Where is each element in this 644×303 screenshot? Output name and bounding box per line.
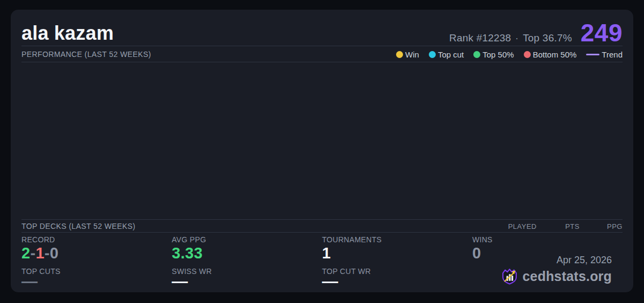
record-wins: 2 [21, 244, 30, 262]
footer-branding: Apr 25, 2026 cedhstats.org [501, 255, 612, 285]
record-losses: 1 [35, 244, 44, 262]
page-title: ala kazam [21, 24, 114, 45]
legend-item-top-cut: Top cut [429, 50, 464, 59]
points-value: 249 [581, 20, 623, 45]
legend-label: Top 50% [482, 50, 514, 59]
divider [21, 46, 623, 46]
record-sep: - [45, 244, 50, 262]
top-decks-column-headers: PLAYED PTS PPG [494, 222, 623, 230]
performance-chart [21, 62, 623, 219]
stats-card: ala kazam Rank #12238·Top 36.7% 249 PERF… [11, 10, 633, 292]
record-value: 2-1-0 [21, 244, 172, 262]
card-header: ala kazam Rank #12238·Top 36.7% 249 [21, 18, 623, 45]
top-percent-text: Top 36.7% [523, 32, 572, 44]
column-header-played: PLAYED [494, 222, 537, 230]
top-cut-dot-icon [429, 51, 436, 58]
brand-text: cedhstats.org [522, 269, 612, 284]
performance-section-header: PERFORMANCE (LAST 52 WEEKS) Win Top cut … [21, 47, 623, 61]
swiss-wr-value: — [172, 276, 322, 287]
stat-label: TOURNAMENTS [322, 235, 472, 244]
stat-avg-ppg: AVG PPG 3.33 [172, 235, 322, 262]
divider [21, 219, 623, 220]
performance-header: PERFORMANCE (LAST 52 WEEKS) [21, 50, 151, 59]
divider [21, 232, 623, 233]
column-header-ppg: PPG [580, 222, 623, 230]
stat-label: WINS [472, 235, 623, 244]
legend-item-bottom-50: Bottom 50% [524, 50, 577, 59]
legend-label: Top cut [438, 50, 464, 59]
legend-label: Trend [602, 50, 623, 59]
avg-ppg-value: 3.33 [172, 244, 322, 262]
stat-top-cut-wr: TOP CUT WR — [322, 267, 472, 287]
stat-top-cuts: TOP CUTS — [21, 267, 172, 287]
rank-separator: · [515, 33, 518, 44]
stat-label: AVG PPG [172, 235, 322, 244]
legend-item-trend: Trend [586, 50, 623, 59]
legend-item-win: Win [396, 50, 419, 59]
stat-swiss-wr: SWISS WR — [172, 267, 322, 287]
legend-item-top-50: Top 50% [473, 50, 514, 59]
stats-grid: RECORD 2-1-0 AVG PPG 3.33 TOURNAMENTS 1 … [21, 235, 623, 292]
stat-label: TOP CUT WR [322, 267, 472, 276]
stat-label: RECORD [21, 235, 172, 244]
stat-label: TOP CUTS [21, 267, 172, 276]
bottom-50-dot-icon [524, 51, 531, 58]
top-decks-section-header: TOP DECKS (LAST 52 WEEKS) PLAYED PTS PPG [21, 220, 623, 232]
stat-record: RECORD 2-1-0 [21, 235, 172, 262]
rank-text: Rank #12238 [449, 32, 511, 44]
stat-label: SWISS WR [172, 267, 322, 276]
column-header-pts: PTS [537, 222, 580, 230]
stat-tournaments: TOURNAMENTS 1 [322, 235, 472, 262]
date-label: Apr 25, 2026 [501, 255, 612, 266]
rank-summary: Rank #12238·Top 36.7% [449, 32, 572, 44]
legend-label: Bottom 50% [533, 50, 577, 59]
chart-legend: Win Top cut Top 50% Bottom 50% Trend [396, 50, 623, 59]
top-50-dot-icon [473, 51, 480, 58]
win-dot-icon [396, 51, 403, 58]
top-cut-wr-value: — [322, 276, 472, 287]
brand-link[interactable]: cedhstats.org [501, 268, 612, 285]
trend-line-icon [586, 54, 599, 55]
record-draws: 0 [50, 244, 58, 262]
legend-label: Win [405, 50, 419, 59]
record-sep: - [30, 244, 35, 262]
top-decks-header: TOP DECKS (LAST 52 WEEKS) [21, 222, 135, 230]
cedhstats-logo-icon [501, 268, 518, 285]
top-cuts-value: — [21, 276, 172, 287]
rank-block: Rank #12238·Top 36.7% 249 [449, 20, 623, 45]
tournaments-value: 1 [322, 244, 472, 262]
